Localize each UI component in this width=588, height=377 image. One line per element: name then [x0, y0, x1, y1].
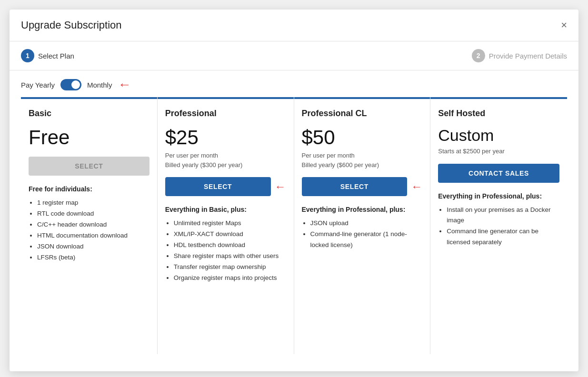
- select-button-professional-cl[interactable]: SELECT: [302, 177, 408, 196]
- modal-header: Upgrade Subscription ×: [10, 10, 578, 41]
- features-list-professional: Unlimited register Maps XML/IP-XACT down…: [165, 218, 286, 284]
- plan-name-professional: Professional: [165, 109, 286, 119]
- step-2: 2 Provide Payment Details: [472, 49, 567, 62]
- monthly-label: Monthly: [87, 81, 112, 89]
- features-header-basic: Free for individuals:: [29, 185, 149, 193]
- list-item: XML/IP-XACT download: [174, 229, 286, 240]
- list-item: JSON upload: [310, 218, 423, 229]
- list-item: Unlimited register Maps: [174, 218, 286, 229]
- plan-card-basic: Basic Free SELECT Free for individuals: …: [21, 97, 158, 354]
- plan-card-self-hosted: Self Hosted Custom Starts at $2500 per y…: [430, 97, 567, 354]
- plan-price-note-professional: Per user per monthBilled yearly ($300 pe…: [165, 151, 286, 169]
- contact-sales-button[interactable]: CONTACT SALES: [438, 164, 559, 183]
- step-1-circle: 1: [21, 49, 34, 62]
- plan-price-professional: $25: [165, 126, 286, 149]
- list-item: LFSRs (beta): [37, 252, 149, 263]
- list-item: C/C++ header download: [37, 219, 149, 230]
- features-header-self-hosted: Everything in Professional, plus:: [438, 192, 559, 200]
- select-button-professional[interactable]: SELECT: [165, 177, 271, 196]
- plan-card-professional-cl: Professional CL $50 Per user per monthBi…: [294, 97, 431, 354]
- list-item: Organize register maps into projects: [174, 273, 286, 284]
- features-list-basic: 1 register map RTL code download C/C++ h…: [29, 198, 149, 263]
- list-item: HDL testbench download: [174, 240, 286, 251]
- features-header-professional-cl: Everything in Professional, plus:: [302, 206, 423, 213]
- plan-price-note-professional-cl: Per user per monthBilled yearly ($600 pe…: [302, 151, 423, 169]
- billing-toggle-switch[interactable]: [60, 79, 81, 90]
- arrow-icon: ←: [118, 78, 131, 91]
- plan-price-basic: Free: [29, 126, 149, 149]
- steps-bar: 1 Select Plan 2 Provide Payment Details: [10, 41, 578, 70]
- step-1: 1 Select Plan: [21, 49, 74, 62]
- plan-name-professional-cl: Professional CL: [302, 109, 423, 119]
- list-item: Install on your premises as a Docker ima…: [447, 205, 559, 227]
- list-item: Command-line generator (1 node-locked li…: [310, 229, 423, 251]
- modal-title: Upgrade Subscription: [21, 19, 122, 31]
- features-header-professional: Everything in Basic, plus:: [165, 206, 286, 213]
- features-list-professional-cl: JSON upload Command-line generator (1 no…: [302, 218, 423, 251]
- cl-arrow-icon: ←: [411, 180, 422, 193]
- plan-card-professional: Professional $25 Per user per monthBille…: [158, 97, 294, 354]
- plan-price-professional-cl: $50: [302, 126, 423, 149]
- step-2-label: Provide Payment Details: [489, 52, 567, 60]
- close-button[interactable]: ×: [561, 20, 567, 30]
- plan-price-note-self-hosted: Starts at $2500 per year: [438, 147, 559, 156]
- pay-yearly-label: Pay Yearly: [21, 81, 55, 89]
- toggle-slider: [60, 79, 81, 90]
- list-item: Transfer register map ownership: [174, 262, 286, 273]
- plans-container: Basic Free SELECT Free for individuals: …: [10, 97, 578, 366]
- features-list-self-hosted: Install on your premises as a Docker ima…: [438, 205, 559, 248]
- step-2-circle: 2: [472, 49, 485, 62]
- plan-top-bar-professional-cl: [294, 97, 430, 99]
- plan-top-bar-basic: [21, 97, 157, 99]
- plan-top-bar-professional: [158, 97, 294, 99]
- plan-name-basic: Basic: [29, 109, 149, 119]
- step-1-label: Select Plan: [38, 52, 74, 60]
- plan-top-bar-self-hosted: [430, 97, 567, 99]
- select-button-basic: SELECT: [29, 157, 149, 176]
- list-item: 1 register map: [37, 198, 149, 208]
- list-item: JSON download: [37, 241, 149, 252]
- list-item: Share register maps with other users: [174, 251, 286, 262]
- plan-name-self-hosted: Self Hosted: [438, 109, 559, 119]
- list-item: HTML documentation download: [37, 230, 149, 241]
- plan-price-self-hosted: Custom: [438, 126, 559, 145]
- billing-toggle-row: Pay Yearly Monthly ←: [10, 70, 578, 97]
- upgrade-modal: Upgrade Subscription × 1 Select Plan 2 P…: [10, 10, 578, 371]
- pro-arrow-icon: ←: [275, 180, 286, 193]
- list-item: Command line generator can be licensed s…: [447, 226, 559, 248]
- list-item: RTL code download: [37, 208, 149, 219]
